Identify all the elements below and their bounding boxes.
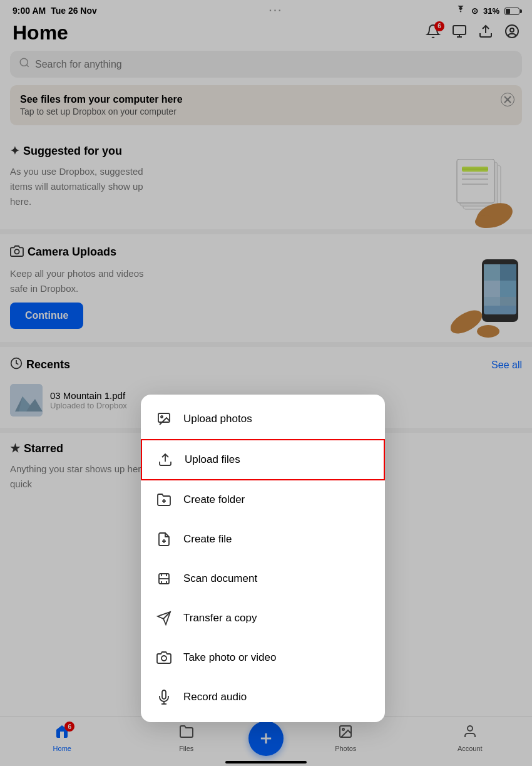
create-folder-label: Create folder [183,494,245,506]
scan-document-label: Scan document [183,572,257,585]
create-file-label: Create file [183,533,232,546]
svg-point-44 [161,656,166,661]
menu-record-audio[interactable]: Record audio [141,678,385,717]
camera-take-icon [156,650,172,666]
photo-upload-icon [156,411,172,427]
transfer-copy-label: Transfer a copy [183,612,257,624]
svg-point-34 [161,416,163,418]
upload-photos-label: Upload photos [183,413,252,425]
menu-upload-files[interactable]: Upload files [141,439,385,480]
take-photo-label: Take photo or video [183,651,276,664]
popup-menu: Upload photos Upload files Create folder [141,395,385,722]
record-audio-label: Record audio [183,691,247,703]
file-upload-icon [157,452,173,468]
upload-files-label: Upload files [185,453,240,466]
mic-icon [156,689,172,705]
menu-create-folder[interactable]: Create folder [141,480,385,520]
menu-scan-document[interactable]: Scan document [141,559,385,599]
menu-take-photo[interactable]: Take photo or video [141,638,385,678]
folder-add-icon [156,492,172,508]
file-add-icon [156,531,172,547]
scan-icon [156,571,172,587]
menu-upload-photos[interactable]: Upload photos [141,400,385,439]
menu-create-file[interactable]: Create file [141,520,385,559]
transfer-icon [156,610,172,626]
menu-transfer-copy[interactable]: Transfer a copy [141,599,385,638]
